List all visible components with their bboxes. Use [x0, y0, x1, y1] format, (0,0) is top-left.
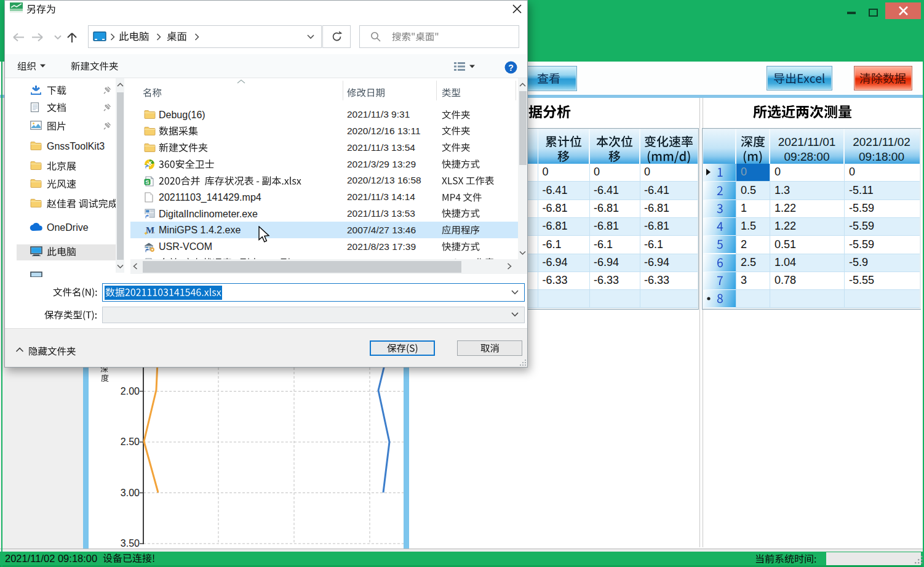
svg-text:M: M: [146, 225, 154, 235]
svg-text:?: ?: [508, 63, 514, 73]
svg-text:S: S: [145, 178, 149, 185]
